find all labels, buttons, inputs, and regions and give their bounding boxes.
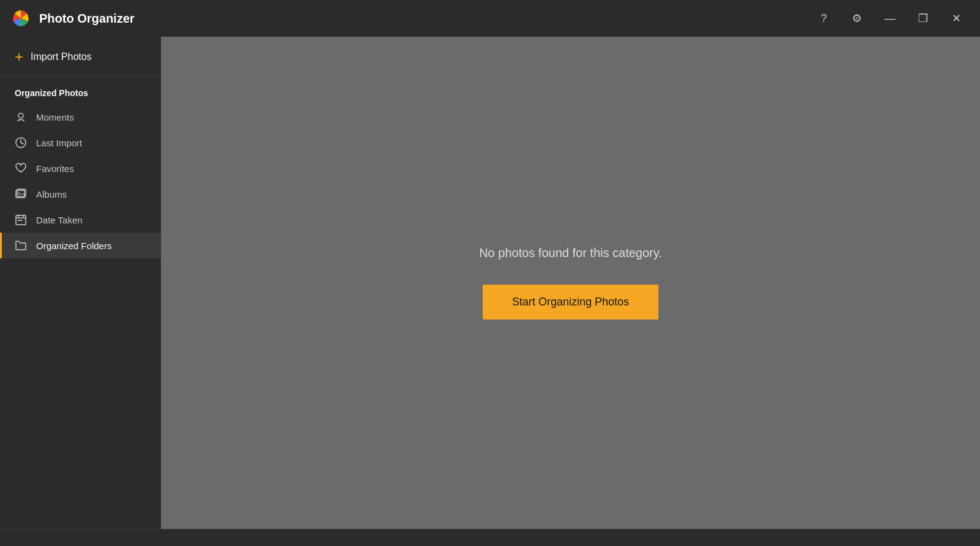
- heart-icon: [14, 162, 28, 175]
- sidebar-item-moments[interactable]: Moments: [0, 104, 160, 130]
- sidebar-item-organized-folders-label: Organized Folders: [36, 241, 111, 251]
- sidebar-item-favorites-label: Favorites: [36, 163, 74, 174]
- title-bar-left: Photo Organizer: [10, 7, 135, 29]
- organized-photos-section-title: Organized Photos: [0, 77, 160, 104]
- plus-icon: +: [15, 50, 23, 64]
- start-organizing-button[interactable]: Start Organizing Photos: [483, 285, 658, 320]
- svg-point-0: [18, 113, 23, 118]
- moments-icon: [14, 110, 28, 124]
- sidebar-item-last-import-label: Last Import: [36, 138, 82, 148]
- main-layout: + Import Photos Organized Photos Moments: [0, 37, 980, 529]
- content-area: No photos found for this category. Start…: [161, 37, 980, 529]
- empty-message: No photos found for this category.: [479, 246, 662, 260]
- minimize-button[interactable]: —: [876, 6, 904, 31]
- help-button[interactable]: ?: [810, 6, 838, 31]
- app-logo: [10, 7, 32, 29]
- app-title: Photo Organizer: [39, 12, 135, 26]
- folder-icon: [14, 239, 28, 252]
- sidebar-item-favorites[interactable]: Favorites: [0, 155, 160, 181]
- status-bar: [0, 529, 980, 546]
- minimize-icon: —: [884, 12, 895, 25]
- import-photos-label: Import Photos: [31, 51, 92, 62]
- sidebar-item-albums-label: Albums: [36, 189, 67, 200]
- settings-icon: ⚙: [852, 12, 862, 25]
- sidebar-item-albums[interactable]: Albums: [0, 181, 160, 207]
- sidebar-item-date-taken[interactable]: Date Taken: [0, 207, 160, 233]
- sidebar-item-date-taken-label: Date Taken: [36, 215, 83, 225]
- sidebar-item-last-import[interactable]: Last Import: [0, 130, 160, 155]
- sidebar: + Import Photos Organized Photos Moments: [0, 37, 161, 529]
- import-photos-button[interactable]: + Import Photos: [0, 37, 160, 77]
- sidebar-item-moments-label: Moments: [36, 112, 74, 122]
- sidebar-item-organized-folders[interactable]: Organized Folders: [0, 233, 160, 258]
- svg-point-4: [18, 192, 20, 193]
- calendar-icon: [14, 213, 28, 226]
- maximize-button[interactable]: ❐: [909, 6, 937, 31]
- albums-icon: [14, 187, 28, 201]
- close-button[interactable]: ✕: [942, 6, 970, 31]
- clock-icon: [14, 136, 28, 149]
- title-bar-controls: ? ⚙ — ❐ ✕: [810, 6, 970, 31]
- maximize-icon: ❐: [918, 12, 928, 25]
- help-icon: ?: [821, 12, 827, 25]
- title-bar: Photo Organizer ? ⚙ — ❐ ✕: [0, 0, 980, 37]
- close-icon: ✕: [952, 12, 961, 25]
- settings-button[interactable]: ⚙: [843, 6, 871, 31]
- svg-rect-6: [18, 220, 20, 221]
- sidebar-nav: Moments Last Import F: [0, 104, 160, 258]
- svg-rect-7: [20, 220, 22, 221]
